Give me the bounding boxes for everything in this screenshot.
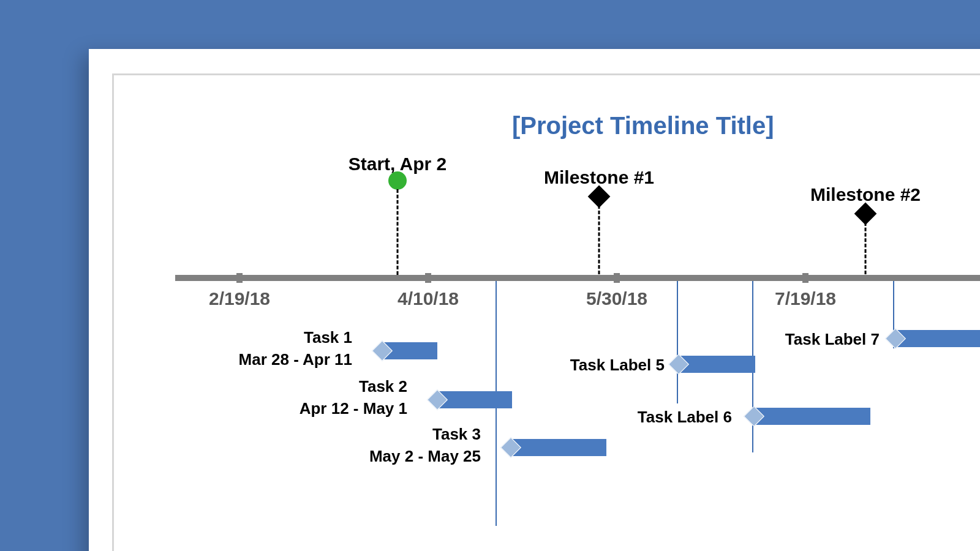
timeline-chart: [Project Timeline Title] 2/19/184/10/185…: [114, 75, 980, 551]
task-bar: [895, 330, 980, 347]
timeline-axis: 2/19/184/10/185/30/187/19/18: [175, 275, 980, 281]
task-label: Task Label 5: [570, 354, 665, 376]
axis-tick-label: 2/19/18: [209, 288, 270, 309]
task-label: Task 3May 2 - May 25: [369, 423, 481, 468]
task-name: Task 3: [369, 423, 481, 445]
task-connector: [677, 281, 678, 403]
task-name: Task Label 5: [570, 354, 665, 376]
task-bar: [511, 439, 606, 456]
axis-tick: [802, 273, 809, 283]
task-label: Task 1Mar 28 - Apr 11: [239, 326, 352, 371]
task-label: Task Label 6: [638, 406, 732, 428]
document-window: [Project Timeline Title] 2/19/184/10/185…: [89, 49, 980, 551]
task-bar: [754, 408, 870, 425]
task-label: Task 2Apr 12 - May 1: [300, 375, 407, 420]
chart-frame: [Project Timeline Title] 2/19/184/10/185…: [112, 73, 980, 551]
task-dates: May 2 - May 25: [369, 445, 481, 467]
axis-tick: [236, 273, 243, 283]
milestone-start-icon: [388, 171, 407, 190]
task-bar: [679, 356, 755, 373]
task-dates: Apr 12 - May 1: [300, 397, 407, 419]
task-name: Task 2: [300, 375, 407, 397]
axis-tick-label: 4/10/18: [398, 288, 459, 309]
task-name: Task Label 6: [638, 406, 732, 428]
milestone-diamond-icon: [588, 186, 611, 208]
task-bar: [437, 391, 512, 408]
axis-tick: [425, 273, 431, 283]
milestone-leader: [598, 205, 600, 274]
axis-tick: [614, 273, 620, 283]
task-dates: Mar 28 - Apr 11: [239, 348, 352, 370]
axis-tick-label: 5/30/18: [586, 288, 647, 309]
axis-tick-label: 7/19/18: [775, 288, 836, 309]
task-label: Task Label 7: [785, 328, 880, 350]
task-name: Task 1: [239, 326, 352, 348]
milestone-leader: [865, 222, 867, 274]
task-name: Task Label 7: [785, 328, 880, 350]
milestone-diamond-icon: [854, 203, 877, 225]
chart-title: [Project Timeline Title]: [512, 112, 774, 140]
milestone-leader: [397, 189, 399, 275]
